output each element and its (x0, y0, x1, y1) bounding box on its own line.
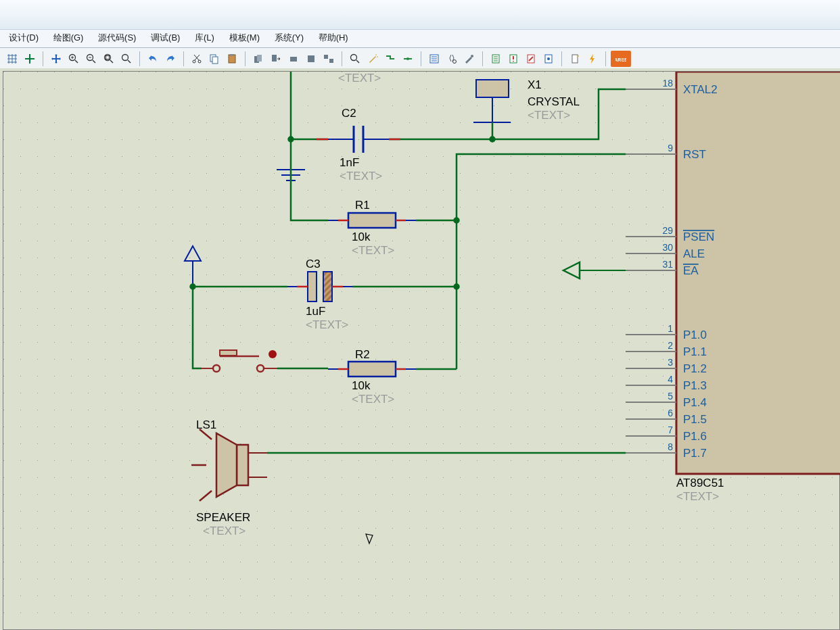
svg-text:7: 7 (668, 425, 673, 435)
pin-num-9: 9 (668, 143, 673, 153)
svg-rect-16 (324, 55, 328, 59)
menu-template[interactable]: 模板(M) (223, 30, 266, 46)
svg-point-6 (198, 60, 201, 63)
pin-num-30: 30 (662, 242, 673, 253)
tool-copy-icon[interactable] (206, 51, 223, 67)
pin-label-ale: ALE (683, 247, 705, 260)
r2-value: 10k (352, 379, 371, 392)
svg-rect-13 (272, 55, 277, 62)
menu-help[interactable]: 帮助(H) (312, 30, 354, 46)
r2-tmpl: <TEXT> (352, 393, 394, 406)
svg-text:P1.4: P1.4 (683, 396, 707, 409)
svg-text:ARES: ARES (615, 57, 626, 62)
c2-value: 1nF (340, 156, 359, 169)
schematic-canvas[interactable]: 18 XTAL2 9 RST 29 PSEN 30 ALE 31 (0, 68, 840, 630)
menu-system[interactable]: 系统(Y) (269, 30, 310, 46)
tool-paste-icon[interactable] (224, 51, 240, 67)
svg-text:P1.5: P1.5 (683, 413, 707, 426)
c3-value: 1uF (306, 305, 325, 318)
tool-zoom-fit-icon[interactable] (101, 51, 117, 67)
tool-pick-icon[interactable] (321, 51, 337, 67)
tool-zoom-out-icon[interactable] (83, 51, 99, 67)
svg-rect-8 (212, 57, 218, 64)
tool-autoroute-icon[interactable] (382, 51, 398, 67)
ls1-tmpl: <TEXT> (203, 525, 246, 537)
svg-point-85 (213, 365, 220, 372)
svg-rect-15 (308, 55, 314, 62)
x1-value: CRYSTAL (528, 95, 580, 108)
tool-netlist-icon[interactable] (523, 51, 539, 67)
svg-point-103 (191, 285, 195, 289)
r2-name: R2 (355, 348, 370, 361)
svg-rect-80 (323, 272, 332, 301)
ic-part-name: AT89C51 (676, 477, 724, 489)
svg-point-102 (454, 218, 459, 223)
ic-template-text: <TEXT> (676, 490, 719, 503)
svg-text:5: 5 (668, 391, 673, 402)
tool-bom-icon[interactable] (488, 51, 504, 67)
svg-rect-83 (348, 362, 396, 377)
pin-label-rst: RST (683, 148, 706, 161)
svg-text:P1.1: P1.1 (683, 345, 707, 358)
c3-tmpl: <TEXT> (306, 318, 348, 331)
tool-redo-icon[interactable] (162, 51, 179, 67)
menu-bar: 设计(D) 绘图(G) 源代码(S) 调试(B) 库(L) 模板(M) 系统(Y… (0, 30, 840, 48)
tool-grid-icon[interactable] (4, 51, 20, 67)
menu-lib[interactable]: 库(L) (189, 30, 220, 46)
tool-zoom-area-icon[interactable] (118, 51, 135, 67)
app-window: 设计(D) 绘图(G) 源代码(S) 调试(B) 库(L) 模板(M) 系统(Y… (0, 0, 840, 630)
svg-rect-10 (230, 54, 234, 56)
svg-rect-3 (106, 56, 110, 59)
svg-rect-79 (308, 272, 317, 301)
tool-block-rotate-icon[interactable] (285, 51, 302, 67)
svg-point-22 (471, 55, 473, 57)
tool-cut-icon[interactable] (189, 51, 205, 67)
tool-block-delete-icon[interactable] (303, 51, 319, 67)
svg-point-21 (453, 60, 457, 64)
svg-rect-14 (290, 57, 297, 62)
pin-label-ea: EA (683, 264, 699, 277)
tool-undo-icon[interactable] (145, 51, 161, 67)
tool-new-icon[interactable] (567, 51, 583, 67)
tool-flash-icon[interactable] (584, 51, 601, 67)
tool-property-icon[interactable] (426, 51, 442, 67)
r1-value: 10k (352, 231, 371, 243)
svg-text:P1.2: P1.2 (683, 362, 707, 375)
tool-wizard-icon[interactable] (365, 51, 381, 67)
tool-find-icon[interactable] (444, 51, 460, 67)
menu-draw[interactable]: 绘图(G) (47, 30, 90, 46)
tool-block-move-icon[interactable] (268, 51, 284, 67)
tool-pan-icon[interactable] (48, 51, 64, 67)
top-tmpl: <TEXT> (338, 72, 381, 84)
x1-name: X1 (528, 78, 542, 91)
tool-zoom-in-icon[interactable] (66, 51, 82, 67)
svg-text:P1.7: P1.7 (683, 447, 707, 460)
svg-text:4: 4 (668, 374, 673, 385)
svg-rect-28 (572, 55, 578, 63)
svg-text:P1.3: P1.3 (683, 379, 707, 392)
pin-num-29: 29 (662, 225, 673, 236)
svg-point-100 (289, 137, 294, 142)
r1-tmpl: <TEXT> (352, 244, 394, 257)
x1-tmpl: <TEXT> (528, 109, 570, 122)
svg-text:8: 8 (668, 441, 673, 452)
menu-debug[interactable]: 调试(B) (145, 30, 186, 46)
svg-point-2 (105, 55, 111, 61)
tool-compile-icon[interactable] (540, 51, 557, 67)
svg-rect-76 (348, 213, 396, 228)
tool-zoom2-icon[interactable] (347, 51, 363, 67)
svg-text:6: 6 (668, 408, 673, 418)
tool-block-copy-icon[interactable] (250, 51, 266, 67)
tool-config-icon[interactable] (461, 51, 477, 67)
tool-erc-icon[interactable] (505, 51, 521, 67)
svg-point-27 (547, 57, 550, 60)
menu-design[interactable]: 设计(D) (3, 30, 45, 46)
tool-ares-icon[interactable]: ARES (611, 51, 631, 67)
svg-rect-90 (220, 350, 237, 356)
svg-point-4 (122, 55, 129, 61)
switch-actuator-icon[interactable] (269, 350, 277, 358)
r1-name: R1 (355, 199, 370, 212)
tool-origin-icon[interactable] (22, 51, 38, 67)
tool-search-net-icon[interactable] (400, 51, 416, 67)
menu-source[interactable]: 源代码(S) (92, 30, 142, 46)
